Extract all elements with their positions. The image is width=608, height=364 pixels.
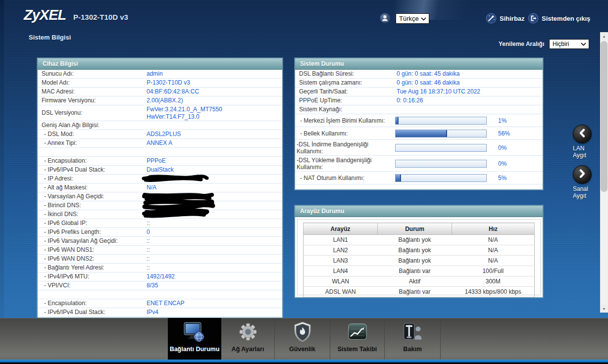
refresh-interval-label: Yenileme Aralığı	[499, 41, 544, 47]
maintenance-icon	[401, 318, 424, 346]
virtual-device-button[interactable]: Sanal Aygıt	[573, 165, 595, 199]
interface-row: LAN3Bağlantı yokN/A	[304, 256, 535, 266]
system-status-label: Geçerli Tarih/Saat:	[295, 88, 397, 96]
device-info-value: admin	[147, 70, 282, 78]
device-info-row: - IPv6 Global IP:::	[38, 219, 282, 228]
device-info-row: Model Adı:P-1302-T10D v3	[38, 79, 282, 88]
logout-icon[interactable]	[528, 13, 539, 24]
nav-item-connection-status[interactable]: Bağlantı Durumu	[168, 318, 221, 360]
device-info-row	[38, 290, 282, 299]
interface-cell: N/A	[452, 235, 535, 245]
device-info-row: - Annex Tipi:ANNEX A	[38, 139, 282, 148]
device-info-value: ::	[147, 237, 282, 245]
device-info-row: - IPv6/IPv4 Dual Stack:IPv4	[38, 308, 282, 317]
virtual-device-circle	[573, 165, 592, 184]
interface-cell: LAN4	[304, 266, 378, 276]
system-status-panel-title: Sistem Durumu	[295, 58, 543, 70]
nav-item-security[interactable]: Güvenlik	[275, 318, 330, 360]
logout-link[interactable]: Sistemden çıkış	[542, 15, 590, 22]
nav-item-label: Sistem Takibi	[338, 346, 377, 353]
resource-percent: 5%	[498, 175, 507, 182]
device-info-value: ::	[147, 255, 282, 263]
resource-row: -DSL Yükleme Bandgenişliği Kullanımı:0%	[295, 156, 543, 172]
interface-cell: LAN1	[304, 235, 378, 245]
nav-item-label: Ağ Ayarları	[232, 346, 264, 353]
device-info-value	[147, 192, 282, 201]
language-select[interactable]: Türkçe	[396, 13, 429, 24]
device-info-value	[147, 210, 282, 219]
device-info-value: ANNEX A	[147, 139, 282, 147]
resource-label: - Bellek Kullanımı:	[295, 130, 393, 137]
device-info-value	[147, 175, 282, 183]
lan-device-button[interactable]: LAN Aygıt	[573, 125, 595, 159]
wizard-icon[interactable]	[486, 13, 497, 24]
device-info-panel: Cihaz Bilgisi Sunucu Adı:adminModel Adı:…	[37, 58, 283, 318]
system-monitor-icon	[346, 318, 369, 346]
system-status-label: Sistem çalışma zamanı:	[295, 79, 397, 87]
device-info-row: - İkincil DNS:	[38, 210, 282, 219]
system-status-value: 0: 0:16:26	[397, 96, 543, 105]
device-info-label: - IP Adresi:	[38, 175, 147, 183]
device-info-value	[147, 201, 282, 210]
redaction-scribble	[142, 192, 216, 202]
device-info-rows: Sunucu Adı:adminModel Adı:P-1302-T10D v3…	[38, 70, 282, 317]
device-info-row: Sunucu Adı:admin	[38, 70, 282, 79]
device-info-label: Model Adı:	[38, 79, 147, 87]
scroll-down-button[interactable]: ▼	[600, 305, 608, 313]
device-info-row: - IP Adresi:	[38, 175, 282, 183]
device-info-label: Sunucu Adı:	[38, 70, 147, 78]
interface-row: LAN1Bağlantı yokN/A	[304, 235, 535, 245]
resource-label: - NAT Oturum Kullanımı:	[295, 175, 393, 182]
system-status-row: Sistem çalışma zamanı:0 gün: 0 saat: 46 …	[295, 79, 543, 88]
zyxel-logo: ZyXEL	[24, 7, 66, 23]
interface-header-row: ArayüzDurumHız	[304, 223, 535, 235]
resource-percent: 0%	[498, 144, 507, 151]
system-status-value	[397, 105, 543, 114]
device-info-row: - IPv6 Varsayılan Ağ Geçidi:::	[38, 237, 282, 246]
device-info-panel-title: Cihaz Bilgisi	[38, 58, 282, 70]
device-info-label: - IPv6/IPv4 Dual Stack:	[38, 308, 147, 317]
device-info-label: - IPv4/IPv6 MTU:	[38, 273, 147, 281]
chevron-down-icon	[421, 15, 426, 22]
interface-status-body: ArayüzDurumHız LAN1Bağlantı yokN/ALAN2Ba…	[297, 219, 541, 295]
resource-usage-bar	[395, 130, 487, 137]
interface-row: LAN4Bağlantı var100/Full	[304, 266, 535, 276]
page-scrollbar[interactable]: ▲ ▼	[600, 32, 608, 313]
device-info-row: - Bağlantı Yerel Adresi:::	[38, 264, 282, 273]
resource-row: - NAT Oturum Kullanımı:5%	[295, 172, 543, 184]
resource-percent: 1%	[498, 117, 507, 124]
system-status-label: Sistem Kaynağı:	[295, 105, 397, 114]
device-info-value: FwVer:3.24.21.0_A_MT7550 HwVer:T14.F7_13…	[147, 105, 282, 121]
interface-row: ADSL WANBağlantı var14333 kbps/800 kbps	[304, 287, 535, 297]
device-info-value	[147, 148, 282, 156]
interface-cell: 14333 kbps/800 kbps	[452, 287, 535, 297]
resource-row: - Bellek Kullanımı:56%	[295, 127, 543, 140]
device-info-label	[38, 290, 147, 299]
refresh-interval-select[interactable]: Hiçbiri	[549, 39, 589, 49]
device-info-value: 2.00(ABBX.2)	[147, 96, 282, 105]
scrollbar-thumb[interactable]	[601, 41, 608, 192]
nav-item-system-monitor[interactable]: Sistem Takibi	[330, 318, 385, 360]
page-left-edge	[0, 0, 4, 318]
device-info-value: ::	[147, 219, 282, 228]
resource-usage-fill	[396, 130, 447, 137]
interface-cell: LAN3	[304, 256, 378, 266]
resource-usage-fill	[396, 175, 401, 182]
nav-item-maintenance[interactable]: Bakım	[385, 318, 441, 360]
system-status-label: DSL Bağlantı Süresi:	[295, 70, 397, 78]
system-status-panel: Sistem Durumu DSL Bağlantı Süresi:0 gün:…	[295, 58, 543, 190]
wizard-link[interactable]: Sihirbaz	[500, 15, 525, 22]
nav-item-network-settings[interactable]: Ağ Ayarları	[221, 318, 275, 360]
security-icon	[291, 318, 314, 346]
connection-status-icon	[183, 318, 206, 346]
redaction-scribble	[142, 174, 210, 183]
device-info-value: N/A	[147, 183, 282, 192]
device-info-row: - Varsayılan Ağ Geçidi:	[38, 192, 282, 201]
scroll-up-button[interactable]: ▲	[600, 32, 608, 40]
device-info-label: - IPv6 Prefiks Length:	[38, 228, 147, 236]
device-info-row: - IPv6/IPv4 Dual Stack:DualStack	[38, 166, 282, 175]
device-info-value: ADSL2PLUS	[147, 130, 282, 138]
resource-label: - Merkezi İşlem Birimi Kullanımı:	[295, 117, 393, 124]
device-info-row: - Alt ağ Maskesi:N/A	[38, 183, 282, 192]
interface-cell: N/A	[452, 256, 535, 266]
